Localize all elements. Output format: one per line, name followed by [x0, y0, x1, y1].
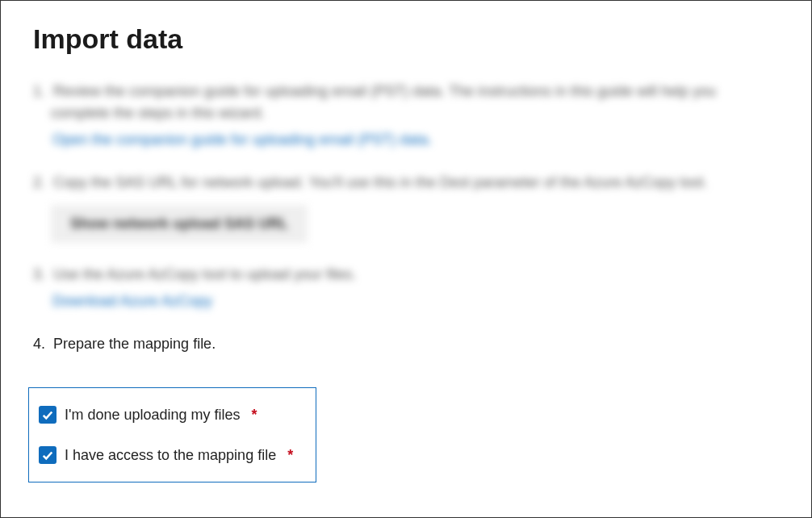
- required-indicator: *: [287, 447, 293, 464]
- step-1-link[interactable]: Open the companion guide for uploading e…: [52, 129, 432, 151]
- step-1-num: 1.: [33, 81, 49, 102]
- step-3-num: 3.: [33, 264, 49, 286]
- step-3-link[interactable]: Download Azure AzCopy: [52, 290, 212, 312]
- done-uploading-checkbox[interactable]: [39, 406, 57, 424]
- mapping-access-label: I have access to the mapping file: [65, 447, 276, 464]
- done-uploading-row: I'm done uploading my files *: [39, 399, 293, 430]
- show-sas-url-button[interactable]: Show network upload SAS URL: [51, 205, 308, 243]
- step-2: 2. Copy the SAS URL for network upload. …: [51, 172, 779, 243]
- step-3: 3. Use the Azure AzCopy tool to upload y…: [51, 264, 779, 312]
- check-icon: [42, 449, 53, 461]
- step-4-num: 4.: [33, 333, 49, 355]
- step-4: 4. Prepare the mapping file.: [51, 333, 779, 355]
- step-4-text: Prepare the mapping file.: [53, 336, 216, 352]
- checkbox-region: I'm done uploading my files * I have acc…: [28, 387, 316, 482]
- step-2-num: 2.: [33, 172, 49, 194]
- done-uploading-label: I'm done uploading my files: [65, 407, 241, 424]
- mapping-access-row: I have access to the mapping file *: [39, 440, 293, 470]
- step-3-text: Use the Azure AzCopy tool to upload your…: [53, 266, 356, 282]
- mapping-access-checkbox[interactable]: [39, 446, 57, 464]
- step-1-text: Review the companion guide for uploading…: [51, 83, 716, 121]
- step-2-text: Copy the SAS URL for network upload. You…: [53, 174, 707, 190]
- page-title: Import data: [33, 23, 779, 55]
- required-indicator: *: [252, 407, 257, 424]
- step-1: 1. Review the companion guide for upload…: [51, 81, 779, 151]
- steps-list: 1. Review the companion guide for upload…: [33, 81, 779, 355]
- check-icon: [42, 409, 53, 420]
